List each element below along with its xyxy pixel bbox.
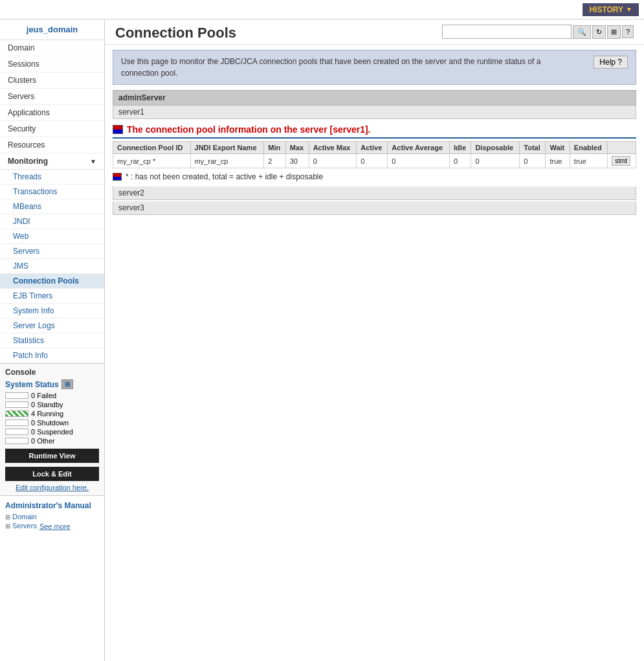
search-bar: 🔍 ↻ ⊞ ? <box>442 25 634 39</box>
admin-manual-servers[interactable]: Servers <box>5 522 37 530</box>
server1-item[interactable]: server1 <box>113 106 636 119</box>
admin-manual-domain[interactable]: Domain <box>5 513 99 521</box>
sidebar-item-servers-mon[interactable]: Servers <box>0 244 104 259</box>
sidebar-item-jndi[interactable]: JNDI <box>0 214 104 229</box>
cell-disposable: 0 <box>471 154 520 168</box>
lock-edit-button[interactable]: Lock & Edit <box>5 467 99 481</box>
other-bar <box>5 438 28 444</box>
history-button[interactable]: HISTORY <box>583 3 639 16</box>
top-bar: HISTORY <box>0 0 644 19</box>
export-button[interactable]: ⊞ <box>607 25 621 39</box>
table-header-row: Connection Pool ID JNDI Export Name Min … <box>113 142 636 154</box>
sidebar-item-servers[interactable]: Servers <box>0 89 104 105</box>
cell-max: 30 <box>285 154 309 168</box>
cell-active-avg: 0 <box>388 154 450 168</box>
sidebar-item-web[interactable]: Web <box>0 229 104 244</box>
status-shutdown: 0 Shutdown <box>5 419 99 427</box>
suspended-bar <box>5 429 28 435</box>
cell-jndi: my_rar_cp <box>190 154 264 168</box>
connection-pool-section: The connection pool information on the s… <box>113 124 636 181</box>
cell-stmt[interactable]: stmt <box>608 154 636 168</box>
th-min: Min <box>264 142 285 154</box>
admin-manual-servers-row: Servers See more <box>5 522 99 531</box>
footnote: * : has not been created, total = active… <box>113 172 636 181</box>
running-bar <box>5 410 28 417</box>
cell-active-max: 0 <box>309 154 357 168</box>
sidebar-item-threads[interactable]: Threads <box>0 170 104 185</box>
server3-item[interactable]: server3 <box>113 201 636 215</box>
table-row: my_rar_cp * my_rar_cp 2 30 0 0 0 0 0 0 t… <box>113 154 636 168</box>
admin-server-header: adminServer <box>113 90 636 106</box>
admin-server-section: adminServer server1 <box>113 90 636 119</box>
flag-small-icon <box>113 173 122 181</box>
admin-manual-section: Administrator's Manual Domain Servers Se… <box>0 495 104 536</box>
server2-item[interactable]: server2 <box>113 186 636 200</box>
status-suspended: 0 Suspended <box>5 428 99 436</box>
th-total: Total <box>520 142 546 154</box>
servers-below: server2 server3 <box>113 186 636 215</box>
search-button[interactable]: 🔍 <box>573 25 591 39</box>
th-pool-id: Connection Pool ID <box>113 142 191 154</box>
sidebar-item-server-logs[interactable]: Server Logs <box>0 319 104 333</box>
sidebar-item-ejb-timers[interactable]: EJB Timers <box>0 289 104 304</box>
cell-min: 2 <box>264 154 285 168</box>
stmt-button[interactable]: stmt <box>612 156 630 166</box>
console-section: Console System Status ⊞ 0 Failed 0 Stand… <box>0 363 104 495</box>
sidebar-item-sessions[interactable]: Sessions <box>0 56 104 73</box>
sidebar-item-statistics[interactable]: Statistics <box>0 333 104 348</box>
th-enabled: Enabled <box>570 142 607 154</box>
cell-wait: true <box>546 154 570 168</box>
th-active-avg: Active Average <box>388 142 450 154</box>
sidebar: jeus_domain Domain Sessions Clusters Ser… <box>0 19 105 661</box>
domain-title[interactable]: jeus_domain <box>0 19 104 40</box>
sidebar-item-mbeans[interactable]: MBeans <box>0 199 104 214</box>
status-other: 0 Other <box>5 437 99 445</box>
admin-manual-title: Administrator's Manual <box>5 501 99 510</box>
status-failed: 0 Failed <box>5 392 99 399</box>
th-active-max: Active Max <box>309 142 357 154</box>
monitoring-arrow-icon: ▼ <box>90 158 96 165</box>
see-more-link[interactable]: See more <box>39 522 71 530</box>
help-button[interactable]: Help ? <box>594 56 628 69</box>
th-disposable: Disposable <box>471 142 520 154</box>
sidebar-item-applications[interactable]: Applications <box>0 105 104 121</box>
page-title: Connection Pools <box>115 25 236 41</box>
sidebar-item-jms[interactable]: JMS <box>0 259 104 274</box>
sidebar-item-connection-pools[interactable]: Connection Pools <box>0 274 104 289</box>
sidebar-item-transactions[interactable]: Transactions <box>0 185 104 199</box>
status-running: 4 Running <box>5 410 99 418</box>
cell-pool-id: my_rar_cp * <box>113 154 191 168</box>
search-input[interactable] <box>442 25 572 39</box>
sidebar-item-patch-info[interactable]: Patch Info <box>0 348 104 363</box>
info-text: Use this page to monitor the JDBC/JCA co… <box>121 56 574 79</box>
failed-bar <box>5 392 28 399</box>
sidebar-item-domain[interactable]: Domain <box>0 40 104 56</box>
system-status-title: System Status ⊞ <box>5 379 99 389</box>
sidebar-item-security[interactable]: Security <box>0 121 104 137</box>
cp-section-title: The connection pool information on the s… <box>113 124 636 139</box>
console-title: Console <box>5 368 99 377</box>
help-icon-button[interactable]: ? <box>622 25 634 38</box>
main-content: Connection Pools 🔍 ↻ ⊞ ? Use this page t… <box>105 19 644 661</box>
connection-pool-table: Connection Pool ID JNDI Export Name Min … <box>113 141 636 168</box>
cell-active: 0 <box>357 154 388 168</box>
th-max: Max <box>285 142 309 154</box>
main-header: Connection Pools 🔍 ↻ ⊞ ? <box>105 19 644 45</box>
sidebar-item-resources[interactable]: Resources <box>0 137 104 153</box>
runtime-view-button[interactable]: Runtime View <box>5 449 99 463</box>
system-status-icon[interactable]: ⊞ <box>61 379 73 389</box>
shutdown-bar <box>5 420 28 426</box>
cell-total: 0 <box>520 154 546 168</box>
cell-idle: 0 <box>450 154 471 168</box>
th-action <box>608 142 636 154</box>
th-active: Active <box>357 142 388 154</box>
info-banner: Use this page to monitor the JDBC/JCA co… <box>113 50 636 85</box>
sidebar-item-clusters[interactable]: Clusters <box>0 73 104 89</box>
status-standby: 0 Standby <box>5 401 99 409</box>
edit-config-link[interactable]: Edit configuration here. <box>5 484 99 491</box>
refresh-button[interactable]: ↻ <box>592 25 606 39</box>
sidebar-section-monitoring[interactable]: Monitoring ▼ <box>0 153 104 170</box>
cell-enabled: true <box>570 154 607 168</box>
sidebar-item-system-info[interactable]: System Info <box>0 304 104 319</box>
th-jndi: JNDI Export Name <box>190 142 264 154</box>
